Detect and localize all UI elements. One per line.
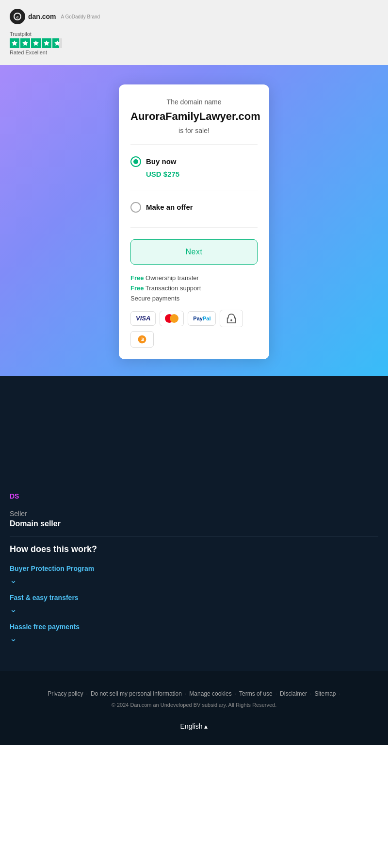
perk-secure: Secure payments xyxy=(130,295,258,302)
star-3 xyxy=(31,38,41,48)
copyright-text: © 2024 Dan.com an Undeveloped BV subsidi… xyxy=(112,702,277,708)
make-offer-radio[interactable] xyxy=(130,202,141,213)
transaction-text: Transaction support xyxy=(146,284,201,292)
godaddy-badge: A GoDaddy Brand xyxy=(61,14,100,19)
ds-badge: DS xyxy=(10,492,378,500)
hero-section: The domain name AuroraFamilyLawyer.com i… xyxy=(0,65,388,376)
perk-ownership: Free Ownership transfer xyxy=(130,274,258,282)
disclaimer-link[interactable]: Disclaimer xyxy=(280,690,307,697)
ownership-text: Ownership transfer xyxy=(146,274,199,282)
buy-now-price: USD $275 xyxy=(146,170,258,178)
domain-name: AuroraFamilyLawyer.com xyxy=(130,110,258,124)
paypal-payment-icon: PayPal xyxy=(188,311,216,326)
language-label: English xyxy=(180,722,203,730)
language-chevron-icon: ▴ xyxy=(204,722,208,730)
faq-item-2[interactable]: Fast & easy transfers ⌄ xyxy=(10,593,378,615)
svg-marker-4 xyxy=(33,40,39,46)
logo-area: d dan.com A GoDaddy Brand xyxy=(10,9,378,24)
trustpilot-section: Trustpilot Rated Excellent xyxy=(10,31,378,55)
svg-marker-5 xyxy=(44,40,49,46)
visa-payment-icon: VISA xyxy=(130,311,156,326)
make-offer-label: Make an offer xyxy=(146,203,193,211)
dark-section: DS Seller Domain seller How does this wo… xyxy=(0,376,388,671)
svg-marker-3 xyxy=(22,40,28,46)
seller-label: Seller xyxy=(10,510,378,517)
divider-3 xyxy=(130,227,258,228)
star-4 xyxy=(42,38,51,48)
page-header: d dan.com A GoDaddy Brand Trustpilot Rat… xyxy=(0,0,388,65)
svg-point-7 xyxy=(231,319,233,321)
sitemap-link[interactable]: Sitemap xyxy=(314,690,336,697)
page-footer: Privacy policy · Do not sell my personal… xyxy=(0,671,388,745)
bitcoin-payment-icon xyxy=(130,331,154,348)
fast-transfers-link[interactable]: Fast & easy transfers xyxy=(10,594,79,602)
escrow-payment-icon xyxy=(220,310,243,327)
buy-now-option[interactable]: Buy now USD $275 xyxy=(130,151,258,183)
dan-text: dan.com xyxy=(28,13,56,20)
star-5-half xyxy=(52,38,62,48)
trustpilot-label: Trustpilot xyxy=(10,31,378,37)
domain-card: The domain name AuroraFamilyLawyer.com i… xyxy=(119,84,269,359)
dan-logo: d dan.com A GoDaddy Brand xyxy=(10,9,100,24)
rated-excellent-text: Rated Excellent xyxy=(10,50,378,55)
buy-now-label: Buy now xyxy=(146,157,177,166)
free-label-1: Free xyxy=(130,274,144,282)
divider-1 xyxy=(130,144,258,145)
privacy-policy-link[interactable]: Privacy policy xyxy=(48,690,83,697)
seller-name: Domain seller xyxy=(10,519,378,528)
dan-circle-icon: d xyxy=(10,9,25,24)
hassle-free-payments-link[interactable]: Hassle free payments xyxy=(10,623,80,631)
svg-text:d: d xyxy=(16,16,18,19)
perks-section: Free Ownership transfer Free Transaction… xyxy=(130,274,258,302)
buyer-protection-link[interactable]: Buyer Protection Program xyxy=(10,565,94,573)
free-label-2: Free xyxy=(130,284,144,292)
star-1 xyxy=(10,38,19,48)
language-switcher[interactable]: English ▴ xyxy=(180,722,208,730)
do-not-sell-link[interactable]: Do not sell my personal information xyxy=(91,690,182,697)
star-2 xyxy=(20,38,30,48)
chevron-down-icon-3[interactable]: ⌄ xyxy=(10,633,378,644)
divider-2 xyxy=(130,190,258,190)
section-divider xyxy=(10,536,378,536)
secure-payments-text: Secure payments xyxy=(130,295,179,302)
chevron-down-icon-1[interactable]: ⌄ xyxy=(10,575,378,585)
svg-marker-2 xyxy=(12,40,17,46)
for-sale-text: is for sale! xyxy=(130,127,258,134)
manage-cookies-link[interactable]: Manage cookies xyxy=(189,690,231,697)
footer-links: Privacy policy · Do not sell my personal… xyxy=(10,690,378,708)
faq-item-1[interactable]: Buyer Protection Program ⌄ xyxy=(10,564,378,585)
terms-of-use-link[interactable]: Terms of use xyxy=(239,690,273,697)
trustpilot-stars xyxy=(10,38,378,48)
perk-transaction: Free Transaction support xyxy=(130,284,258,292)
next-button[interactable]: Next xyxy=(130,239,258,265)
make-offer-option[interactable]: Make an offer xyxy=(130,197,258,220)
how-title: How does this work? xyxy=(10,544,378,554)
chevron-down-icon-2[interactable]: ⌄ xyxy=(10,604,378,615)
buy-now-radio[interactable] xyxy=(130,156,141,167)
svg-marker-6 xyxy=(54,40,60,46)
payment-methods: VISA PayPal xyxy=(130,310,258,348)
faq-item-3[interactable]: Hassle free payments ⌄ xyxy=(10,622,378,644)
domain-label: The domain name xyxy=(130,98,258,106)
mastercard-payment-icon xyxy=(160,311,184,326)
